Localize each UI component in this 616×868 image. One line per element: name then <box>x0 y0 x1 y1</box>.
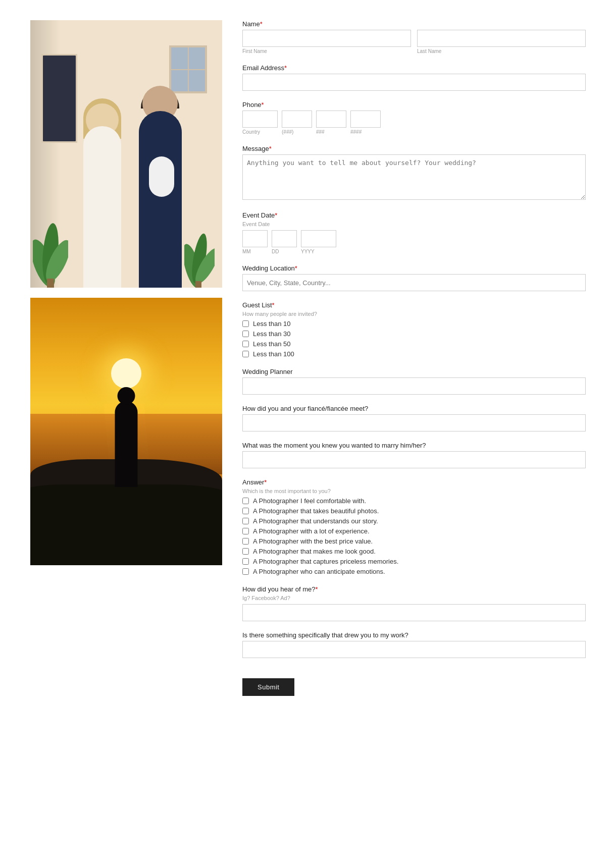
last-name-field: Last Name <box>417 30 586 54</box>
message-textarea[interactable] <box>242 154 586 200</box>
answer-checkbox-comfortable[interactable] <box>242 498 249 504</box>
answer-label: Answer* <box>242 478 586 486</box>
date-yyyy-input[interactable] <box>301 230 336 247</box>
last-name-label: Last Name <box>417 48 586 54</box>
phone-row <box>242 111 586 128</box>
event-date-label: Event Date* <box>242 211 586 219</box>
date-row <box>242 230 586 247</box>
answer-option-comfortable[interactable]: A Photographer I feel comfortable with. <box>242 497 586 505</box>
guest-checkbox-10[interactable] <box>242 320 249 327</box>
answer-option-memories[interactable]: A Photographer that captures priceless m… <box>242 558 586 565</box>
answer-option-beautiful[interactable]: A Photographer that takes beautiful phot… <box>242 507 586 515</box>
fiance-meet-input[interactable] <box>242 414 586 431</box>
event-date-section: Event Date* Event Date MM DD YYYY <box>242 211 586 254</box>
wedding-planner-label: Wedding Planner <box>242 368 586 375</box>
date-dd-input[interactable] <box>272 230 297 247</box>
email-section: Email Address* <box>242 64 586 91</box>
answer-checkbox-memories[interactable] <box>242 558 249 565</box>
phone-label: Phone* <box>242 101 586 108</box>
guest-checkbox-100[interactable] <box>242 351 249 357</box>
marry-moment-label: What was the moment you knew you wanted … <box>242 442 586 449</box>
message-section: Message* <box>242 145 586 201</box>
fiance-meet-section: How did you and your fiancé/fiancée meet… <box>242 405 586 431</box>
name-label: Name* <box>242 20 586 28</box>
wedding-location-section: Wedding Location* <box>242 264 586 291</box>
drew-label: Is there something specifically that dre… <box>242 631 586 639</box>
name-row: First Name Last Name <box>242 30 586 54</box>
guest-option-10[interactable]: Less than 10 <box>242 320 586 328</box>
guest-list-section: Guest List* How many people are invited?… <box>242 301 586 358</box>
answer-option-story[interactable]: A Photographer that understands our stor… <box>242 517 586 525</box>
date-dd-label: DD <box>272 249 297 254</box>
hear-label: How did you hear of me?* <box>242 585 586 593</box>
phone-end-label: #### <box>350 129 381 135</box>
phone-area-input[interactable] <box>282 111 312 128</box>
left-photo-column <box>30 20 222 848</box>
phone-section: Phone* Country (###) ### #### <box>242 101 586 135</box>
submit-button[interactable]: Submit <box>242 678 294 696</box>
date-labels: MM DD YYYY <box>242 249 586 254</box>
fiance-meet-label: How did you and your fiancé/fiancée meet… <box>242 405 586 412</box>
marry-moment-section: What was the moment you knew you wanted … <box>242 442 586 468</box>
event-date-sublabel: Event Date <box>242 221 586 227</box>
wedding-planner-section: Wedding Planner <box>242 368 586 395</box>
email-label: Email Address* <box>242 64 586 72</box>
answer-checkbox-beautiful[interactable] <box>242 508 249 514</box>
name-section: Name* First Name Last Name <box>242 20 586 54</box>
phone-area-label: (###) <box>282 129 312 135</box>
svg-rect-3 <box>47 279 54 288</box>
hear-sublabel: Ig? Facebook? Ad? <box>242 595 586 601</box>
message-label: Message* <box>242 145 586 152</box>
email-input[interactable] <box>242 74 586 91</box>
answer-option-emotions[interactable]: A Photographer who can anticipate emotio… <box>242 568 586 575</box>
first-name-label: First Name <box>242 48 411 54</box>
phone-mid-input[interactable] <box>316 111 346 128</box>
marry-moment-input[interactable] <box>242 451 586 468</box>
answer-checkbox-story[interactable] <box>242 518 249 524</box>
phone-country-label: Country <box>242 129 278 135</box>
answer-checkbox-price[interactable] <box>242 538 249 545</box>
drew-input[interactable] <box>242 641 586 658</box>
drew-section: Is there something specifically that dre… <box>242 631 586 658</box>
first-name-input[interactable] <box>242 30 411 47</box>
answer-option-look[interactable]: A Photographer that makes me look good. <box>242 548 586 555</box>
svg-rect-7 <box>195 281 201 288</box>
guest-checkbox-50[interactable] <box>242 341 249 347</box>
first-name-field: First Name <box>242 30 411 54</box>
guest-option-30[interactable]: Less than 30 <box>242 330 586 338</box>
answer-checkboxes: A Photographer I feel comfortable with. … <box>242 497 586 575</box>
answer-sublabel: Which is the most important to you? <box>242 488 586 494</box>
answer-checkbox-emotions[interactable] <box>242 568 249 575</box>
date-yyyy-label: YYYY <box>301 249 336 254</box>
wedding-location-label: Wedding Location* <box>242 264 586 272</box>
guest-list-checkboxes: Less than 10 Less than 30 Less than 50 L… <box>242 320 586 358</box>
phone-country-input[interactable] <box>242 111 278 128</box>
submit-section: Submit <box>242 668 586 696</box>
hear-input[interactable] <box>242 604 586 621</box>
phone-mid-label: ### <box>316 129 346 135</box>
date-mm-label: MM <box>242 249 268 254</box>
hear-section: How did you hear of me?* Ig? Facebook? A… <box>242 585 586 621</box>
answer-checkbox-look[interactable] <box>242 548 249 555</box>
answer-section: Answer* Which is the most important to y… <box>242 478 586 575</box>
top-photo <box>30 20 222 288</box>
last-name-input[interactable] <box>417 30 586 47</box>
answer-option-price[interactable]: A Photographer with the best price value… <box>242 537 586 545</box>
date-mm-input[interactable] <box>242 230 268 247</box>
guest-checkbox-30[interactable] <box>242 331 249 337</box>
wedding-planner-input[interactable] <box>242 377 586 395</box>
answer-checkbox-experience[interactable] <box>242 528 249 534</box>
bottom-photo <box>30 298 222 565</box>
phone-labels: Country (###) ### #### <box>242 129 586 135</box>
guest-option-50[interactable]: Less than 50 <box>242 340 586 348</box>
contact-form: Name* First Name Last Name Email Address… <box>242 20 586 848</box>
guest-list-sublabel: How many people are invited? <box>242 311 586 317</box>
guest-list-label: Guest List* <box>242 301 586 309</box>
guest-option-100[interactable]: Less than 100 <box>242 350 586 358</box>
wedding-location-input[interactable] <box>242 274 586 291</box>
answer-option-experience[interactable]: A Photographer with a lot of experience. <box>242 527 586 535</box>
phone-end-input[interactable] <box>350 111 381 128</box>
